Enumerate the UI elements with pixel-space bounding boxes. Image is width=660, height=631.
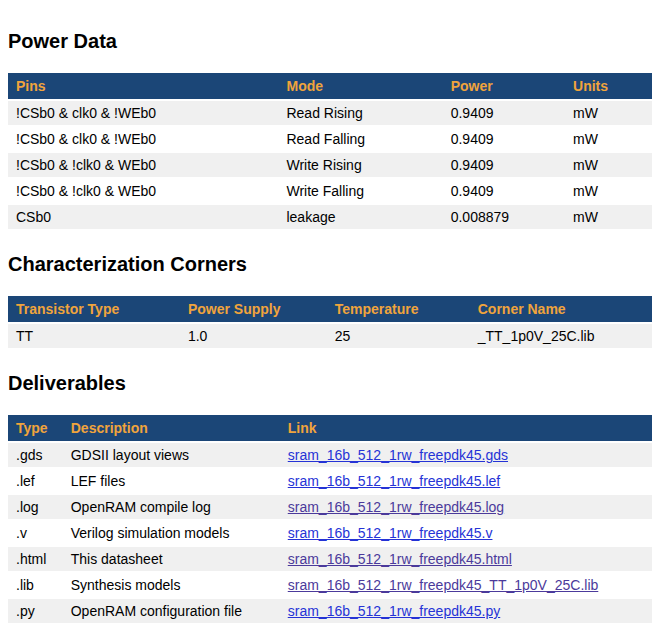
cell-description: Synthesis models bbox=[63, 573, 280, 597]
table-row: !CSb0 & clk0 & !WEb0 Read Falling 0.9409… bbox=[8, 127, 652, 151]
cell-pins: !CSb0 & !clk0 & WEb0 bbox=[8, 179, 278, 203]
column-header-power-supply: Power Supply bbox=[180, 296, 327, 322]
cell-power-supply: 1.0 bbox=[180, 324, 327, 348]
characterization-corners-table: Transistor Type Power Supply Temperature… bbox=[8, 294, 652, 350]
cell-power: 0.9409 bbox=[443, 153, 565, 177]
cell-link: sram_16b_512_1rw_freepdk45.gds bbox=[280, 443, 652, 467]
cell-power: 0.008879 bbox=[443, 205, 565, 229]
deliverable-link-gds[interactable]: sram_16b_512_1rw_freepdk45.gds bbox=[288, 447, 508, 463]
table-row: TT 1.0 25 _TT_1p0V_25C.lib bbox=[8, 324, 652, 348]
cell-temperature: 25 bbox=[327, 324, 470, 348]
column-header-corner-name: Corner Name bbox=[470, 296, 652, 322]
section-title-characterization-corners: Characterization Corners bbox=[8, 253, 652, 276]
corners-header-row: Transistor Type Power Supply Temperature… bbox=[8, 296, 652, 322]
cell-link: sram_16b_512_1rw_freepdk45.lef bbox=[280, 469, 652, 493]
cell-type: .lib bbox=[8, 573, 63, 597]
column-header-temperature: Temperature bbox=[327, 296, 470, 322]
table-row: !CSb0 & !clk0 & WEb0 Write Rising 0.9409… bbox=[8, 153, 652, 177]
cell-corner-name: _TT_1p0V_25C.lib bbox=[470, 324, 652, 348]
table-row: !CSb0 & !clk0 & WEb0 Write Falling 0.940… bbox=[8, 179, 652, 203]
column-header-transistor-type: Transistor Type bbox=[8, 296, 180, 322]
cell-power: 0.9409 bbox=[443, 101, 565, 125]
cell-description: SPICE netlists bbox=[63, 625, 280, 631]
cell-pins: CSb0 bbox=[8, 205, 278, 229]
cell-description: This datasheet bbox=[63, 547, 280, 571]
cell-units: mW bbox=[565, 101, 652, 125]
cell-description: OpenRAM configuration file bbox=[63, 599, 280, 623]
cell-link: sram_16b_512_1rw_freepdk45.log bbox=[280, 495, 652, 519]
column-header-units: Units bbox=[565, 73, 652, 99]
cell-description: OpenRAM compile log bbox=[63, 495, 280, 519]
cell-mode: Write Rising bbox=[278, 153, 442, 177]
deliverable-link-lef[interactable]: sram_16b_512_1rw_freepdk45.lef bbox=[288, 473, 500, 489]
cell-power: 0.9409 bbox=[443, 179, 565, 203]
cell-link: sram_16b_512_1rw_freepdk45.sp bbox=[280, 625, 652, 631]
table-row: .v Verilog simulation models sram_16b_51… bbox=[8, 521, 652, 545]
table-row: .lef LEF files sram_16b_512_1rw_freepdk4… bbox=[8, 469, 652, 493]
cell-type: .py bbox=[8, 599, 63, 623]
cell-type: .log bbox=[8, 495, 63, 519]
column-header-link: Link bbox=[280, 415, 652, 441]
table-row: .gds GDSII layout views sram_16b_512_1rw… bbox=[8, 443, 652, 467]
deliverable-link-v[interactable]: sram_16b_512_1rw_freepdk45.v bbox=[288, 525, 493, 541]
cell-mode: Write Falling bbox=[278, 179, 442, 203]
cell-type: .v bbox=[8, 521, 63, 545]
cell-description: Verilog simulation models bbox=[63, 521, 280, 545]
cell-type: .sp bbox=[8, 625, 63, 631]
deliverable-link-lib[interactable]: sram_16b_512_1rw_freepdk45_TT_1p0V_25C.l… bbox=[288, 577, 599, 593]
cell-type: .html bbox=[8, 547, 63, 571]
cell-description: LEF files bbox=[63, 469, 280, 493]
cell-type: .lef bbox=[8, 469, 63, 493]
cell-transistor-type: TT bbox=[8, 324, 180, 348]
table-row: .py OpenRAM configuration file sram_16b_… bbox=[8, 599, 652, 623]
table-row: .log OpenRAM compile log sram_16b_512_1r… bbox=[8, 495, 652, 519]
section-title-deliverables: Deliverables bbox=[8, 372, 652, 395]
table-row: CSb0 leakage 0.008879 mW bbox=[8, 205, 652, 229]
cell-description: GDSII layout views bbox=[63, 443, 280, 467]
deliverables-table: Type Description Link .gds GDSII layout … bbox=[8, 413, 652, 631]
cell-type: .gds bbox=[8, 443, 63, 467]
power-data-table: Pins Mode Power Units !CSb0 & clk0 & !WE… bbox=[8, 71, 652, 231]
column-header-type: Type bbox=[8, 415, 63, 441]
cell-pins: !CSb0 & clk0 & !WEb0 bbox=[8, 127, 278, 151]
cell-power: 0.9409 bbox=[443, 127, 565, 151]
table-row: !CSb0 & clk0 & !WEb0 Read Rising 0.9409 … bbox=[8, 101, 652, 125]
deliverable-link-html[interactable]: sram_16b_512_1rw_freepdk45.html bbox=[288, 551, 512, 567]
deliverables-header-row: Type Description Link bbox=[8, 415, 652, 441]
cell-mode: Read Falling bbox=[278, 127, 442, 151]
table-row: .sp SPICE netlists sram_16b_512_1rw_free… bbox=[8, 625, 652, 631]
cell-mode: leakage bbox=[278, 205, 442, 229]
column-header-mode: Mode bbox=[278, 73, 442, 99]
cell-pins: !CSb0 & clk0 & !WEb0 bbox=[8, 101, 278, 125]
cell-pins: !CSb0 & !clk0 & WEb0 bbox=[8, 153, 278, 177]
cell-units: mW bbox=[565, 205, 652, 229]
column-header-power: Power bbox=[443, 73, 565, 99]
column-header-pins: Pins bbox=[8, 73, 278, 99]
cell-link: sram_16b_512_1rw_freepdk45.py bbox=[280, 599, 652, 623]
deliverable-link-log[interactable]: sram_16b_512_1rw_freepdk45.log bbox=[288, 499, 504, 515]
deliverable-link-py[interactable]: sram_16b_512_1rw_freepdk45.py bbox=[288, 603, 500, 619]
cell-units: mW bbox=[565, 179, 652, 203]
cell-units: mW bbox=[565, 127, 652, 151]
table-row: .lib Synthesis models sram_16b_512_1rw_f… bbox=[8, 573, 652, 597]
power-data-header-row: Pins Mode Power Units bbox=[8, 73, 652, 99]
section-title-power-data: Power Data bbox=[8, 30, 652, 53]
cell-link: sram_16b_512_1rw_freepdk45.html bbox=[280, 547, 652, 571]
cell-link: sram_16b_512_1rw_freepdk45_TT_1p0V_25C.l… bbox=[280, 573, 652, 597]
table-row: .html This datasheet sram_16b_512_1rw_fr… bbox=[8, 547, 652, 571]
cell-mode: Read Rising bbox=[278, 101, 442, 125]
column-header-description: Description bbox=[63, 415, 280, 441]
cell-units: mW bbox=[565, 153, 652, 177]
cell-link: sram_16b_512_1rw_freepdk45.v bbox=[280, 521, 652, 545]
